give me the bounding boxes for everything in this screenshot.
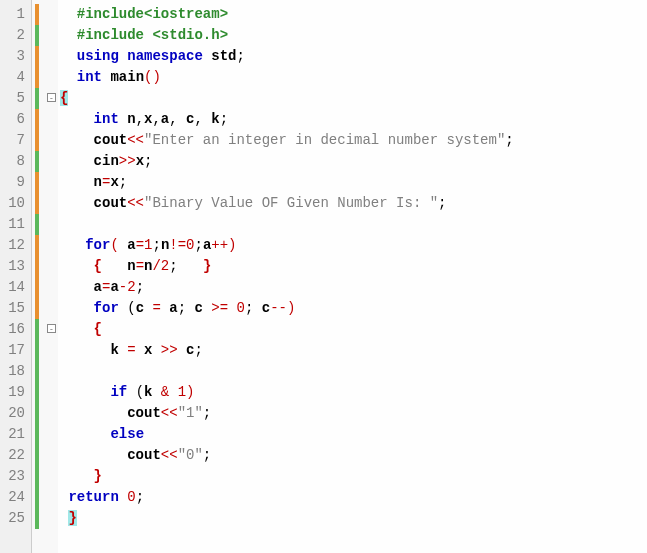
line-number: 21 <box>2 424 25 445</box>
change-mark <box>35 403 39 424</box>
code-line[interactable] <box>60 214 645 235</box>
line-number: 12 <box>2 235 25 256</box>
change-mark <box>35 109 39 130</box>
line-number: 22 <box>2 445 25 466</box>
code-editor[interactable]: #include<iostream> #include <stdio.h> us… <box>58 0 647 553</box>
code-line[interactable]: int n,x,a, c, k; <box>60 109 645 130</box>
change-mark <box>35 256 39 277</box>
change-mark <box>35 67 39 88</box>
change-margin <box>32 0 46 553</box>
code-line[interactable]: cout<<"Binary Value OF Given Number Is: … <box>60 193 645 214</box>
line-number: 25 <box>2 508 25 529</box>
change-mark <box>35 508 39 529</box>
code-line[interactable]: using namespace std; <box>60 46 645 67</box>
code-line[interactable]: n=x; <box>60 172 645 193</box>
change-mark <box>35 151 39 172</box>
change-mark <box>35 466 39 487</box>
line-number: 17 <box>2 340 25 361</box>
change-mark <box>35 214 39 235</box>
code-line[interactable]: cin>>x; <box>60 151 645 172</box>
line-number: 14 <box>2 277 25 298</box>
line-number: 16 <box>2 319 25 340</box>
code-line[interactable]: cout<<"0"; <box>60 445 645 466</box>
line-number: 9 <box>2 172 25 193</box>
change-mark <box>35 193 39 214</box>
code-line[interactable]: else <box>60 424 645 445</box>
code-line[interactable]: a=a-2; <box>60 277 645 298</box>
fold-margin[interactable]: -- <box>46 0 58 553</box>
change-mark <box>35 88 39 109</box>
line-number: 2 <box>2 25 25 46</box>
change-mark <box>35 382 39 403</box>
change-mark <box>35 46 39 67</box>
code-line[interactable]: } <box>60 508 645 529</box>
line-number: 10 <box>2 193 25 214</box>
code-line[interactable]: for( a=1;n!=0;a++) <box>60 235 645 256</box>
line-number: 15 <box>2 298 25 319</box>
code-line[interactable]: } <box>60 466 645 487</box>
code-line[interactable]: { <box>60 88 645 109</box>
code-line[interactable]: #include <stdio.h> <box>60 25 645 46</box>
code-line[interactable]: return 0; <box>60 487 645 508</box>
code-line[interactable]: { <box>60 319 645 340</box>
line-number: 13 <box>2 256 25 277</box>
change-mark <box>35 298 39 319</box>
line-number: 7 <box>2 130 25 151</box>
line-number: 19 <box>2 382 25 403</box>
change-mark <box>35 277 39 298</box>
line-number: 11 <box>2 214 25 235</box>
line-number-gutter: 1234567891011121314151617181920212223242… <box>0 0 32 553</box>
line-number: 24 <box>2 487 25 508</box>
code-line[interactable]: k = x >> c; <box>60 340 645 361</box>
change-mark <box>35 445 39 466</box>
code-line[interactable]: if (k & 1) <box>60 382 645 403</box>
code-line[interactable]: { n=n/2; } <box>60 256 645 277</box>
line-number: 8 <box>2 151 25 172</box>
code-line[interactable] <box>60 361 645 382</box>
change-mark <box>35 319 39 340</box>
change-mark <box>35 424 39 445</box>
code-line[interactable]: cout<<"1"; <box>60 403 645 424</box>
fold-toggle[interactable]: - <box>47 324 56 333</box>
line-number: 5 <box>2 88 25 109</box>
code-line[interactable]: #include<iostream> <box>60 4 645 25</box>
fold-toggle[interactable]: - <box>47 93 56 102</box>
code-line[interactable]: cout<<"Enter an integer in decimal numbe… <box>60 130 645 151</box>
code-line[interactable]: for (c = a; c >= 0; c--) <box>60 298 645 319</box>
change-mark <box>35 340 39 361</box>
line-number: 1 <box>2 4 25 25</box>
line-number: 18 <box>2 361 25 382</box>
change-mark <box>35 487 39 508</box>
change-mark <box>35 361 39 382</box>
change-mark <box>35 130 39 151</box>
line-number: 20 <box>2 403 25 424</box>
change-mark <box>35 25 39 46</box>
line-number: 4 <box>2 67 25 88</box>
line-number: 23 <box>2 466 25 487</box>
change-mark <box>35 235 39 256</box>
change-mark <box>35 172 39 193</box>
line-number: 3 <box>2 46 25 67</box>
code-line[interactable]: int main() <box>60 67 645 88</box>
line-number: 6 <box>2 109 25 130</box>
change-mark <box>35 4 39 25</box>
